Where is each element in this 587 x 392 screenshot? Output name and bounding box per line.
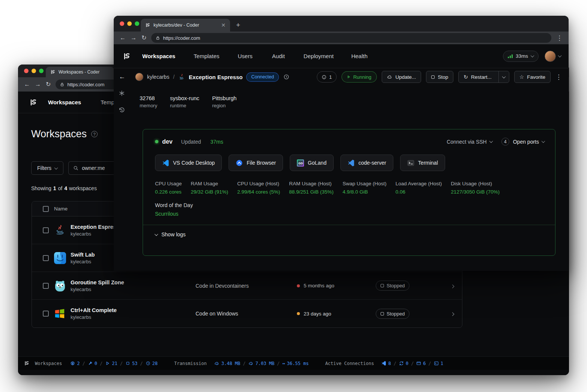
back-icon[interactable]: ← (119, 73, 125, 81)
filters-button[interactable]: Filters (31, 161, 63, 175)
terminal-icon (407, 159, 414, 167)
stop-square-icon (381, 284, 384, 287)
minimize-window-button[interactable] (127, 21, 132, 26)
latency-pill[interactable]: 33ms (503, 51, 539, 62)
stopped-count[interactable]: 53 (125, 361, 137, 366)
nav-users[interactable]: Users (238, 53, 252, 59)
k8s-count[interactable]: 2 (70, 361, 80, 366)
coder-logo-icon[interactable] (29, 98, 38, 107)
browser-tab[interactable]: kylecarbs/dev - Coder ✕ (141, 19, 230, 32)
open-ports-button[interactable]: Open ports (513, 139, 545, 145)
build-count[interactable]: 0 (88, 361, 97, 366)
user-avatar[interactable] (545, 51, 556, 62)
cloud-icon (387, 74, 393, 80)
chevron-down-icon[interactable] (558, 54, 562, 57)
agent-name: dev (162, 138, 173, 145)
app-button-code-server[interactable]: code-server (340, 155, 393, 171)
search-value: owner:me (82, 165, 105, 171)
nav-audit[interactable]: Audit (272, 53, 285, 59)
schedule-clock-icon[interactable] (283, 74, 289, 80)
back-icon[interactable]: ← (24, 81, 30, 87)
workspace-template: Code on Windows (196, 311, 297, 317)
chevron-down-icon (54, 166, 58, 170)
app-button-terminal[interactable]: Terminal (400, 155, 445, 171)
workspace-name[interactable]: Ctrl+Alt Complete (71, 307, 196, 313)
resource-stats: 32768memory sysbox-runcruntime Pittsburg… (140, 95, 236, 108)
app-launchers: VS Code Desktop File Browser GO GoLand (143, 146, 555, 171)
close-window-button[interactable] (24, 69, 29, 73)
browser-toolbar: ← → ↻ https://coder.com ⋮ (114, 32, 569, 44)
metric: RAM Usage (Host)88.9/251 GiB (35%) (289, 181, 334, 195)
update-button[interactable]: Update... (382, 71, 421, 83)
filters-label: Filters (37, 165, 51, 171)
java-icon (178, 74, 185, 80)
pending-count[interactable]: 28 (146, 361, 158, 366)
vscode-connections: 8 (381, 361, 391, 366)
vscode-icon (162, 159, 169, 167)
workspace-menu-icon[interactable]: ⋮ (555, 74, 562, 80)
address-bar[interactable]: https://coder.com (151, 33, 551, 43)
app-button-goland[interactable]: GO GoLand (290, 155, 334, 171)
search-input[interactable]: owner:me (68, 161, 118, 175)
terminal-connections: 1 (434, 361, 443, 366)
table-row[interactable]: Ctrl+Alt Complete kylecarbs Code on Wind… (32, 300, 462, 327)
row-checkbox[interactable] (43, 283, 49, 289)
browser-menu-icon[interactable]: ⋮ (556, 35, 563, 41)
stat-value: Pittsburgh (212, 95, 236, 101)
chevron-down-icon (531, 54, 534, 57)
help-icon[interactable]: ? (91, 131, 98, 137)
restart-button[interactable]: ↻ Restart... (458, 71, 509, 83)
coder-favicon-icon (50, 69, 56, 75)
favorite-button[interactable]: ☆ Favorite (514, 71, 551, 83)
minimize-window-button[interactable] (32, 69, 36, 73)
browser-tab[interactable]: Workspaces - Coder (46, 67, 114, 77)
refresh-icon[interactable]: ↻ (46, 81, 51, 87)
app-button-file-browser[interactable]: File Browser (229, 155, 283, 171)
running-count[interactable]: 21 (105, 361, 117, 366)
zoom-window-button[interactable] (135, 21, 139, 26)
connect-ssh-button[interactable]: Connect via SSH (447, 139, 492, 145)
workspace-header: ← kylecarbs / Exception Espresso Connect… (114, 68, 569, 86)
chevron-down-icon (489, 139, 493, 143)
forward-icon[interactable]: → (35, 81, 41, 87)
last-used-dot (297, 312, 300, 315)
back-icon[interactable]: ← (120, 35, 126, 41)
workspace-name[interactable]: Goroutine Spill Zone (71, 279, 196, 285)
nav-workspaces[interactable]: Workspaces (142, 53, 175, 59)
nav-health[interactable]: Health (351, 53, 367, 59)
select-all-checkbox[interactable] (43, 206, 49, 212)
restart-options-button[interactable] (498, 71, 509, 83)
row-checkbox[interactable] (43, 311, 49, 317)
nav-deployment[interactable]: Deployment (304, 53, 334, 59)
close-tab-icon[interactable]: ✕ (221, 22, 226, 28)
nav-templates[interactable]: Templates (194, 53, 219, 59)
status-badge: Stopped (376, 281, 409, 291)
show-logs-button[interactable]: Show logs (143, 225, 555, 237)
row-checkbox[interactable] (43, 227, 49, 233)
forward-icon[interactable]: → (131, 35, 137, 41)
app-button-vscode-desktop[interactable]: VS Code Desktop (155, 155, 222, 171)
table-row[interactable]: Goroutine Spill Zone kylecarbs Code in D… (32, 272, 462, 300)
stop-button[interactable]: Stop (426, 71, 453, 83)
new-tab-button[interactable]: + (236, 21, 240, 29)
zoom-window-button[interactable] (39, 69, 44, 73)
row-checkbox[interactable] (43, 255, 49, 261)
nav-workspaces[interactable]: Workspaces (48, 99, 81, 105)
refresh-icon[interactable]: ↻ (141, 35, 146, 41)
tab-title: kylecarbs/dev - Coder (154, 23, 214, 28)
outdated-badge[interactable]: 1 (317, 71, 337, 83)
row-chevron-icon[interactable] (451, 310, 454, 317)
windows-icon (54, 308, 71, 319)
stat-label: region (212, 103, 236, 108)
row-chevron-icon[interactable] (451, 282, 454, 289)
running-badge[interactable]: Running (342, 71, 376, 83)
last-used-text: 5 months ago (304, 283, 334, 288)
resources-asterisk-icon[interactable] (119, 90, 125, 96)
upload-stat: 3.48 MB (214, 361, 241, 366)
coder-logo-icon[interactable] (123, 52, 131, 60)
chevron-down-icon (542, 139, 545, 143)
java-icon (54, 224, 71, 236)
history-icon[interactable] (119, 107, 125, 113)
breadcrumb-owner[interactable]: kylecarbs (147, 74, 169, 80)
close-window-button[interactable] (120, 21, 124, 26)
